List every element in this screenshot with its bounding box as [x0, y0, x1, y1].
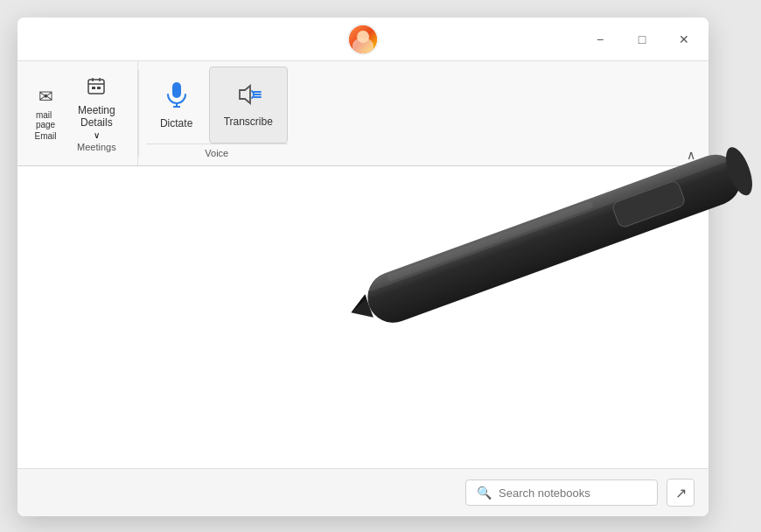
avatar-container[interactable]: [347, 24, 379, 55]
transcribe-icon: [234, 82, 262, 112]
app-window: − □ ✕ ✉ mailpage Email: [17, 18, 709, 516]
meeting-details-label: MeetingDetails: [78, 104, 115, 129]
email-ribbon-item[interactable]: ✉ mailpage Email: [28, 68, 63, 158]
title-bar: − □ ✕: [17, 18, 709, 61]
voice-buttons: Dictate T: [146, 66, 288, 144]
ribbon: ✉ mailpage Email MeetingD: [17, 61, 709, 166]
meeting-details-button[interactable]: MeetingDetails ∨ Meetings: [66, 68, 127, 158]
voice-group-label: Voice: [146, 144, 288, 160]
bottom-bar: 🔍 ↗: [17, 468, 709, 516]
meetings-group-label: Meetings: [77, 140, 116, 152]
transcribe-button[interactable]: Transcribe: [209, 66, 288, 144]
microphone-icon: [164, 80, 189, 114]
ribbon-collapse-button[interactable]: ∧: [681, 144, 702, 165]
email-label: mailpage: [36, 110, 55, 130]
transcribe-label: Transcribe: [224, 116, 273, 128]
dictate-label: Dictate: [160, 117, 192, 130]
close-button[interactable]: ✕: [674, 29, 695, 50]
svg-rect-4: [92, 87, 95, 89]
minimize-button[interactable]: −: [590, 29, 611, 50]
svg-rect-5: [97, 87, 101, 89]
search-box[interactable]: 🔍: [465, 480, 658, 506]
meeting-details-icon: [86, 75, 107, 101]
svg-rect-6: [172, 82, 181, 98]
email-sublabel: Email: [34, 131, 56, 141]
svg-rect-0: [88, 80, 104, 94]
maximize-button[interactable]: □: [632, 29, 653, 50]
search-icon: 🔍: [477, 486, 492, 500]
expand-button[interactable]: ↗: [667, 479, 695, 507]
dictate-button[interactable]: Dictate: [146, 66, 207, 144]
search-input[interactable]: [499, 486, 646, 500]
avatar[interactable]: [347, 24, 379, 55]
content-area: [17, 166, 709, 468]
meeting-details-chevron: ∨: [94, 130, 100, 140]
svg-marker-9: [240, 86, 250, 103]
window-controls: − □ ✕: [590, 29, 695, 50]
svg-point-18: [721, 144, 758, 199]
email-icon: ✉: [38, 86, 53, 107]
avatar-image: [349, 25, 377, 53]
voice-section: Dictate T: [139, 61, 295, 165]
ribbon-left-group: ✉ mailpage Email MeetingD: [17, 61, 138, 165]
expand-icon: ↗: [675, 485, 687, 501]
